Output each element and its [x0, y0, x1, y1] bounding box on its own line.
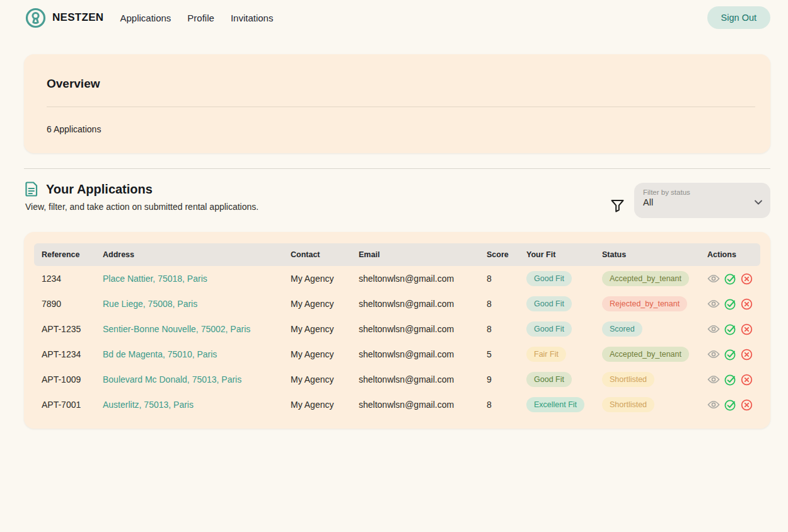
- applications-heading-block: Your Applications View, filter, and take…: [24, 182, 258, 212]
- address-link[interactable]: Austerlitz, 75013, Paris: [103, 400, 194, 410]
- check-circle-icon: [724, 349, 736, 361]
- x-circle-icon: [741, 298, 753, 310]
- table-row: 1234 Place Nattier, 75018, Paris My Agen…: [34, 266, 760, 291]
- view-application-button[interactable]: [707, 324, 720, 334]
- contact-cell: My Agency: [291, 274, 359, 284]
- nav-item-invitations[interactable]: Invitations: [231, 13, 274, 23]
- email-cell: sheltonwlsn@gmail.com: [359, 274, 487, 284]
- nav-item-applications[interactable]: Applications: [120, 13, 171, 23]
- nestzen-logo-keyhole-icon: [25, 8, 46, 28]
- fit-badge: Good Fit: [526, 321, 572, 337]
- score-cell: 8: [487, 299, 526, 309]
- contact-cell: My Agency: [291, 400, 359, 410]
- top-navigation-bar: NESTZEN Applications Profile Invitations…: [0, 0, 788, 35]
- address-link[interactable]: Bd de Magenta, 75010, Paris: [103, 349, 217, 359]
- row-actions: [707, 349, 760, 361]
- fit-badge: Good Fit: [526, 271, 572, 287]
- contact-cell: My Agency: [291, 349, 359, 359]
- row-actions: [707, 323, 760, 335]
- document-icon: [25, 182, 38, 197]
- address-link[interactable]: Rue Liege, 75008, Paris: [103, 299, 197, 309]
- x-circle-icon: [741, 273, 753, 285]
- table-header-row: Reference Address Contact Email Score Yo…: [34, 243, 760, 266]
- email-cell: sheltonwlsn@gmail.com: [359, 400, 487, 410]
- reference-cell: 7890: [42, 299, 103, 309]
- email-cell: sheltonwlsn@gmail.com: [359, 299, 487, 309]
- reject-application-button[interactable]: [741, 374, 753, 386]
- status-filter-select[interactable]: Filter by status All: [634, 183, 770, 218]
- overview-card: Overview 6 Applications: [24, 54, 770, 153]
- column-header-contact: Contact: [291, 250, 359, 259]
- reject-application-button[interactable]: [741, 349, 753, 361]
- eye-icon: [707, 374, 720, 385]
- column-header-address: Address: [103, 250, 291, 259]
- check-circle-icon: [724, 273, 736, 285]
- column-header-your-fit: Your Fit: [526, 250, 602, 259]
- overview-divider: [47, 107, 755, 107]
- status-badge: Accepted_by_tenant: [602, 347, 689, 362]
- applications-count: 6 Applications: [47, 124, 755, 134]
- view-application-button[interactable]: [707, 349, 720, 359]
- table-row: APT-7001 Austerlitz, 75013, Paris My Age…: [34, 392, 760, 417]
- score-cell: 8: [487, 274, 526, 284]
- table-body: 1234 Place Nattier, 75018, Paris My Agen…: [34, 266, 760, 417]
- view-application-button[interactable]: [707, 274, 720, 284]
- page-subtitle: View, filter, and take action on submitt…: [25, 202, 258, 212]
- eye-icon: [707, 324, 720, 334]
- email-cell: sheltonwlsn@gmail.com: [359, 349, 487, 359]
- accept-application-button[interactable]: [724, 298, 736, 310]
- status-badge: Shortlisted: [602, 397, 654, 413]
- accept-application-button[interactable]: [724, 399, 736, 411]
- x-circle-icon: [741, 399, 753, 411]
- page-content: Overview 6 Applications Your Application…: [0, 54, 788, 429]
- check-circle-icon: [724, 399, 736, 411]
- x-circle-icon: [741, 349, 753, 361]
- row-actions: [707, 273, 760, 285]
- address-link[interactable]: Boulevard Mc Donald, 75013, Paris: [103, 374, 241, 385]
- overview-title: Overview: [47, 77, 755, 91]
- nav-item-profile[interactable]: Profile: [187, 13, 214, 23]
- sign-out-button[interactable]: Sign Out: [707, 6, 770, 29]
- status-badge: Shortlisted: [602, 372, 654, 388]
- address-link[interactable]: Place Nattier, 75018, Paris: [103, 274, 207, 284]
- reject-application-button[interactable]: [741, 399, 753, 411]
- page-title: Your Applications: [46, 182, 153, 197]
- fit-badge: Fair Fit: [526, 347, 566, 362]
- check-circle-icon: [724, 298, 736, 310]
- accept-application-button[interactable]: [724, 323, 736, 335]
- status-filter-value: All: [643, 197, 762, 207]
- accept-application-button[interactable]: [724, 349, 736, 361]
- status-filter-label: Filter by status: [643, 188, 762, 196]
- reject-application-button[interactable]: [741, 323, 753, 335]
- applications-section-header: Your Applications View, filter, and take…: [24, 182, 770, 218]
- column-header-score: Score: [487, 250, 526, 259]
- table-row: 7890 Rue Liege, 75008, Paris My Agency s…: [34, 291, 760, 316]
- email-cell: sheltonwlsn@gmail.com: [359, 324, 487, 334]
- table-row: APT-1009 Boulevard Mc Donald, 75013, Par…: [34, 367, 760, 392]
- eye-icon: [707, 349, 720, 359]
- fit-badge: Good Fit: [526, 372, 572, 388]
- check-circle-icon: [724, 374, 736, 386]
- row-actions: [707, 399, 760, 411]
- chevron-down-icon: [754, 197, 763, 208]
- address-link[interactable]: Sentier-Bonne Nouvelle, 75002, Paris: [103, 324, 250, 334]
- view-application-button[interactable]: [707, 299, 720, 309]
- row-actions: [707, 374, 760, 386]
- view-application-button[interactable]: [707, 374, 720, 385]
- eye-icon: [707, 400, 720, 410]
- accept-application-button[interactable]: [724, 374, 736, 386]
- column-header-email: Email: [359, 250, 487, 259]
- column-header-actions: Actions: [707, 250, 760, 259]
- reject-application-button[interactable]: [741, 273, 753, 285]
- status-badge: Scored: [602, 321, 642, 337]
- table-row: APT-1234 Bd de Magenta, 75010, Paris My …: [34, 342, 760, 367]
- status-badge: Rejected_by_tenant: [602, 296, 687, 312]
- funnel-icon: [610, 198, 625, 213]
- fit-badge: Good Fit: [526, 296, 572, 312]
- accept-application-button[interactable]: [724, 273, 736, 285]
- reject-application-button[interactable]: [741, 298, 753, 310]
- brand-link[interactable]: NESTZEN: [25, 8, 103, 28]
- view-application-button[interactable]: [707, 400, 720, 410]
- score-cell: 5: [487, 349, 526, 359]
- score-cell: 9: [487, 374, 526, 385]
